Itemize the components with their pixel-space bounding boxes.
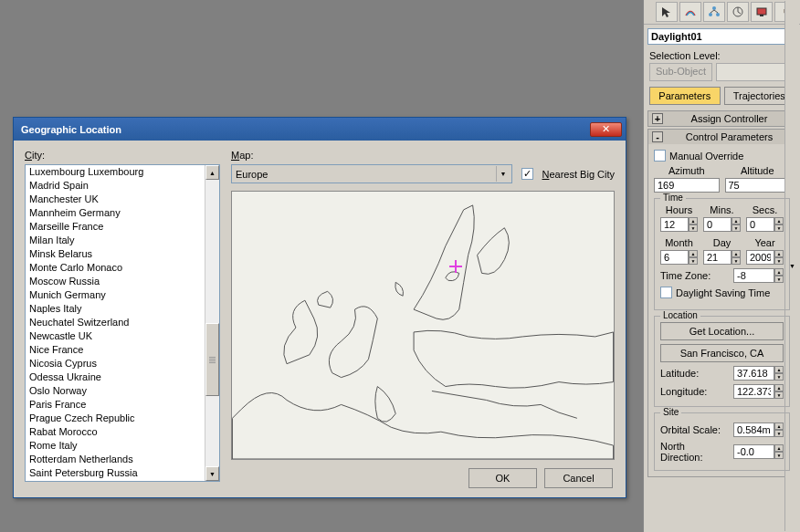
day-input[interactable] <box>703 250 732 265</box>
dst-checkbox[interactable] <box>660 287 672 298</box>
ok-button[interactable]: OK <box>468 468 537 488</box>
city-list-item[interactable]: Nice France <box>26 343 205 357</box>
timezone-input[interactable] <box>733 268 774 283</box>
azimuth-input <box>654 178 720 193</box>
time-legend: Time <box>660 193 686 203</box>
longitude-input[interactable] <box>733 384 774 399</box>
city-list-item[interactable]: Saint Petersburg Russia <box>26 466 205 480</box>
hours-input[interactable] <box>660 217 689 232</box>
city-list-item[interactable]: Paris France <box>26 398 205 412</box>
rollout-assign-controller[interactable]: + Assign Controller <box>648 111 795 126</box>
dialog-title: Geographic Location <box>17 124 590 135</box>
collapse-icon: - <box>652 131 663 142</box>
mins-input[interactable] <box>703 217 732 232</box>
geographic-location-dialog: Geographic Location ✕ City: Luxembourg L… <box>13 117 626 498</box>
altitude-input <box>725 178 791 193</box>
rollout-control-parameters[interactable]: - Control Parameters <box>648 130 795 144</box>
site-legend: Site <box>660 407 681 417</box>
tool-select-icon[interactable] <box>656 2 678 22</box>
tool-display-icon[interactable] <box>751 2 773 22</box>
scroll-down-icon[interactable]: ▼ <box>205 466 219 481</box>
scrollbar[interactable]: ▲ ▼ <box>205 165 219 481</box>
city-label: City: <box>25 150 45 161</box>
latitude-input[interactable] <box>733 366 774 381</box>
svg-rect-4 <box>757 8 766 15</box>
command-panel: Selection Level: Sub-Object ▼ Parameters… <box>643 0 800 532</box>
city-list-item[interactable]: Rabat Morocco <box>26 425 205 439</box>
close-button[interactable]: ✕ <box>590 122 622 137</box>
tool-rainbow-icon[interactable] <box>679 2 701 22</box>
city-list-item[interactable]: Luxembourg Luxembourg <box>26 165 205 179</box>
dialog-titlebar[interactable]: Geographic Location ✕ <box>14 118 626 141</box>
city-list-item[interactable]: Mannheim Germany <box>26 206 205 220</box>
city-list-item[interactable]: Madrid Spain <box>26 179 205 193</box>
chevron-down-icon: ▼ <box>496 166 511 182</box>
tool-motion-icon[interactable] <box>727 2 749 22</box>
manual-override-label: Manual Override <box>669 151 743 162</box>
secs-input[interactable] <box>746 217 774 232</box>
svg-point-1 <box>709 13 712 16</box>
city-list-item[interactable]: Sarajevo Bosnia <box>26 480 205 481</box>
nearest-city-checkbox[interactable]: ✓ <box>521 168 533 180</box>
sub-object-dropdown: ▼ <box>716 63 795 81</box>
location-legend: Location <box>660 310 700 320</box>
city-list-item[interactable]: Rome Italy <box>26 439 205 453</box>
expand-icon: + <box>652 113 663 124</box>
dst-label: Daylight Saving Time <box>676 287 770 298</box>
month-input[interactable] <box>660 250 689 265</box>
city-list-item[interactable]: Nicosia Cyprus <box>26 357 205 370</box>
city-list-item[interactable]: Newcastle UK <box>26 329 205 343</box>
map-viewport[interactable] <box>231 191 615 460</box>
svg-point-2 <box>716 13 720 16</box>
spinner-up-icon[interactable]: ▲ <box>689 217 698 224</box>
azimuth-label: Azimuth <box>654 165 720 176</box>
get-location-button[interactable]: Get Location... <box>660 322 784 340</box>
city-list-item[interactable]: Marseille France <box>26 220 205 234</box>
map-label: Map: <box>231 150 253 161</box>
nearest-city-label: Nearest Big City <box>542 169 615 180</box>
north-direction-input[interactable] <box>733 444 774 459</box>
timezone-label: Time Zone: <box>660 270 730 281</box>
city-list-item[interactable]: Manchester UK <box>26 193 205 206</box>
sub-object-button: Sub-Object <box>649 63 712 81</box>
year-input[interactable] <box>746 250 774 265</box>
scroll-thumb[interactable] <box>205 323 219 396</box>
svg-rect-5 <box>760 15 763 16</box>
tab-parameters[interactable]: Parameters <box>649 87 721 105</box>
city-list-item[interactable]: Moscow Russia <box>26 275 205 288</box>
city-list-item[interactable]: Rotterdam Netherlands <box>26 453 205 466</box>
orbital-scale-input[interactable] <box>733 422 774 437</box>
location-city-display[interactable]: San Francisco, CA <box>660 344 784 362</box>
cancel-button[interactable]: Cancel <box>544 468 613 488</box>
city-list-item[interactable]: Munich Germany <box>26 288 205 302</box>
city-list-item[interactable]: Oslo Norway <box>26 384 205 398</box>
city-list-item[interactable]: Neuchatel Switzerland <box>26 316 205 329</box>
city-list-item[interactable]: Minsk Belarus <box>26 247 205 261</box>
map-region-dropdown[interactable]: Europe ▼ <box>231 164 512 183</box>
manual-override-checkbox[interactable] <box>654 150 666 162</box>
city-list-item[interactable]: Odessa Ukraine <box>26 370 205 384</box>
city-listbox[interactable]: Luxembourg LuxembourgMadrid SpainManches… <box>26 165 205 481</box>
altitude-label: Altitude <box>725 165 791 176</box>
city-list-item[interactable]: Milan Italy <box>26 234 205 247</box>
object-name-input[interactable] <box>647 28 789 45</box>
selection-level-label: Selection Level: <box>649 50 721 61</box>
city-list-item[interactable]: Monte Carlo Monaco <box>26 261 205 275</box>
spinner-down-icon[interactable]: ▼ <box>689 224 698 232</box>
city-list-item[interactable]: Naples Italy <box>26 302 205 316</box>
svg-point-0 <box>712 6 716 10</box>
tool-hierarchy-icon[interactable] <box>703 2 725 22</box>
city-list-item[interactable]: Prague Czech Republic <box>26 412 205 425</box>
close-icon: ✕ <box>602 123 610 135</box>
panel-toolbar <box>644 0 800 25</box>
scroll-up-icon[interactable]: ▲ <box>205 165 219 180</box>
